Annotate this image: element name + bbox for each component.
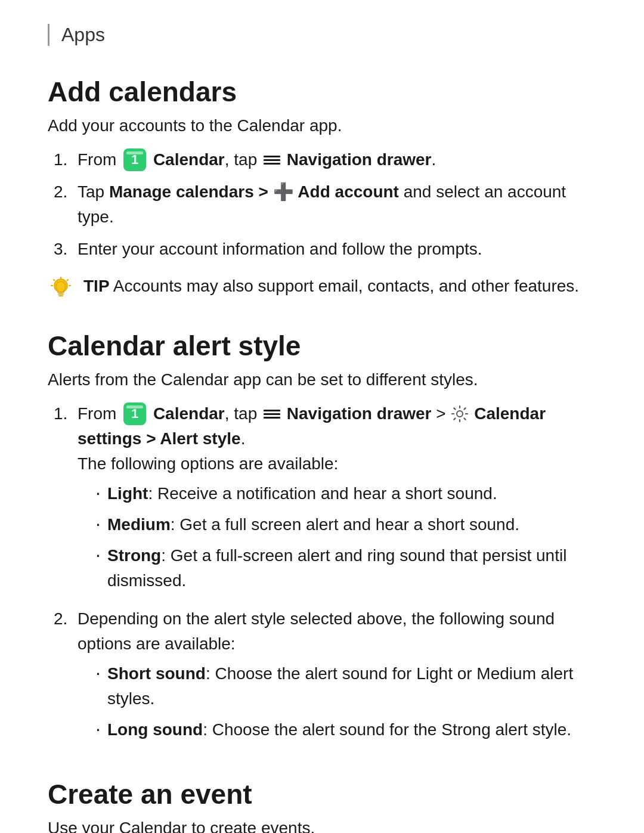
list-content: From 1 Calendar, tap Navigation drawer. <box>78 147 596 172</box>
add-calendars-list: 1. From 1 Calendar, tap Navigation drawe… <box>48 147 596 262</box>
tip-label: TIP <box>83 277 110 295</box>
list-item: 2. Depending on the alert style selected… <box>54 606 596 748</box>
bold-text: Calendar <box>153 404 225 423</box>
section-intro-create-event: Use your Calendar to create events. <box>48 819 596 833</box>
bullet-item: · Medium: Get a full screen alert and he… <box>95 512 596 537</box>
bold-text: Manage calendars > <box>109 182 273 201</box>
navigation-drawer-icon <box>264 408 280 421</box>
section-intro-calendar-alert-style: Alerts from the Calendar app can be set … <box>48 370 596 389</box>
gear-icon <box>450 404 469 423</box>
bullet-dot: · <box>95 512 107 535</box>
section-title-create-event: Create an event <box>48 778 596 810</box>
section-intro-add-calendars: Add your accounts to the Calendar app. <box>48 116 596 135</box>
section-title-add-calendars: Add calendars <box>48 76 596 108</box>
bullet-text: Light: Receive a notification and hear a… <box>107 481 497 506</box>
list-content: Tap Manage calendars > ➕ Add account and… <box>78 179 596 230</box>
tip-bulb-icon <box>48 275 74 301</box>
list-content: Depending on the alert style selected ab… <box>78 606 596 748</box>
bullet-item: · Light: Receive a notification and hear… <box>95 481 596 506</box>
list-item: 3. Enter your account information and fo… <box>54 237 596 262</box>
calendar-app-icon: 1 <box>123 148 146 171</box>
bullet-text: Strong: Get a full-screen alert and ring… <box>107 543 596 593</box>
list-number: 2. <box>54 606 78 631</box>
bullet-item: · Short sound: Choose the alert sound fo… <box>95 661 596 711</box>
list-number: 2. <box>54 179 78 205</box>
bullet-dot: · <box>95 481 107 504</box>
bold-text: Calendar <box>153 150 225 169</box>
tip-box: TIP Accounts may also support email, con… <box>48 274 596 300</box>
bullet-item: · Long sound: Choose the alert sound for… <box>95 717 596 742</box>
svg-point-6 <box>457 411 463 417</box>
svg-line-3 <box>67 280 69 281</box>
list-item: 2. Tap Manage calendars > ➕ Add account … <box>54 179 596 230</box>
sound-options-bullets: · Short sound: Choose the alert sound fo… <box>78 661 596 742</box>
list-number: 1. <box>54 147 78 172</box>
apps-header: Apps <box>48 24 596 46</box>
section-title-calendar-alert-style: Calendar alert style <box>48 330 596 362</box>
svg-line-2 <box>54 280 55 281</box>
list-item: 1. From 1 Calendar, tap Navigation drawe… <box>54 147 596 172</box>
section-add-calendars: Add calendars Add your accounts to the C… <box>48 76 596 300</box>
bold-text: ➕ Add account <box>273 182 399 201</box>
alert-style-bullets: · Light: Receive a notification and hear… <box>78 481 596 593</box>
tip-text: TIP Accounts may also support email, con… <box>83 274 579 299</box>
bullet-text: Medium: Get a full screen alert and hear… <box>107 512 519 537</box>
bullet-text: Long sound: Choose the alert sound for t… <box>107 717 571 742</box>
navigation-drawer-icon <box>264 154 280 167</box>
calendar-alert-list: 1. From 1 Calendar, tap Navigation drawe… <box>48 401 596 748</box>
list-number: 3. <box>54 237 78 262</box>
apps-title: Apps <box>61 24 105 46</box>
list-number: 1. <box>54 401 78 426</box>
bullet-item: · Strong: Get a full-screen alert and ri… <box>95 543 596 593</box>
bullet-dot: · <box>95 661 107 684</box>
list-content: From 1 Calendar, tap Navigation drawer >… <box>78 401 596 599</box>
bullet-text: Short sound: Choose the alert sound for … <box>107 661 596 711</box>
calendar-app-icon: 1 <box>123 402 146 425</box>
bullet-dot: · <box>95 543 107 566</box>
section-calendar-alert-style: Calendar alert style Alerts from the Cal… <box>48 330 596 748</box>
bullet-dot: · <box>95 717 107 740</box>
bold-text: Navigation drawer <box>287 404 432 423</box>
list-content: Enter your account information and follo… <box>78 237 596 262</box>
bold-text: Navigation drawer <box>287 150 432 169</box>
section-create-event: Create an event Use your Calendar to cre… <box>48 778 596 833</box>
list-item: 1. From 1 Calendar, tap Navigation drawe… <box>54 401 596 599</box>
